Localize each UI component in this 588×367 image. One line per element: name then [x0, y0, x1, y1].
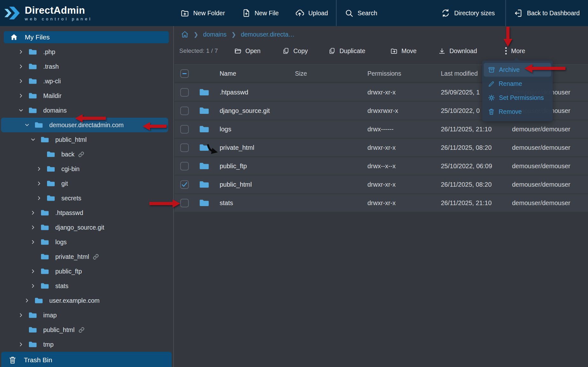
tree-item-git[interactable]: git	[0, 176, 173, 191]
chevron-right-icon[interactable]	[36, 195, 42, 201]
tree-item-private-html[interactable]: private_html	[0, 249, 173, 264]
tree-item-back[interactable]: back	[0, 147, 173, 162]
checkbox-unchecked[interactable]	[180, 88, 189, 97]
table-row-private-html[interactable]: private_htmldrwxr-xr-x26/11/2025, 08:20d…	[174, 139, 588, 156]
tree-item-public-html[interactable]: public_html	[0, 132, 173, 147]
chevron-right-icon[interactable]	[36, 180, 42, 187]
folder-icon	[41, 268, 49, 275]
chevron-right-icon[interactable]	[18, 341, 24, 348]
checkbox-unchecked[interactable]	[180, 143, 189, 152]
move-folder-icon	[390, 47, 398, 55]
row-checkbox[interactable]	[180, 102, 189, 120]
chevron-right-icon[interactable]	[30, 283, 36, 289]
sidebar-item-my-files[interactable]: My Files	[4, 31, 169, 43]
upload-button[interactable]: Upload	[295, 0, 328, 26]
row-checkbox[interactable]	[180, 83, 189, 101]
checkbox-unchecked[interactable]	[180, 125, 189, 134]
row-checkbox[interactable]	[180, 139, 189, 156]
download-button[interactable]: Download	[438, 43, 477, 59]
checkbox-unchecked[interactable]	[180, 107, 189, 115]
chevron-down-icon[interactable]	[18, 107, 24, 114]
tree-item-demouser-directadmin-com[interactable]: demouser.directadmin.com	[1, 118, 168, 132]
chevron-right-icon[interactable]	[18, 78, 24, 84]
chevron-right-icon[interactable]	[30, 268, 36, 274]
menu-item-set-permissions[interactable]: Set Permissions	[484, 91, 551, 105]
tree-item-label: cgi-bin	[61, 165, 79, 173]
breadcrumb-item-domains[interactable]: domains	[203, 31, 227, 38]
column-header-size[interactable]: Size	[295, 65, 307, 82]
chevron-down-icon[interactable]	[24, 122, 30, 128]
column-header-last-modified[interactable]: Last modified	[441, 65, 478, 82]
chevron-down-icon[interactable]	[30, 136, 36, 143]
tree-item-label: git	[61, 180, 68, 187]
chevron-right-icon[interactable]	[18, 312, 24, 318]
sidebar-item-trash-bin[interactable]: Trash Bin	[1, 352, 172, 367]
breadcrumb-home-icon[interactable]	[181, 31, 189, 38]
top-header: DirectAdmin web control panel New Folder…	[0, 0, 588, 26]
column-header-name[interactable]: Name	[220, 65, 236, 82]
tree-item-stats[interactable]: stats	[0, 279, 173, 293]
row-checkbox[interactable]	[180, 176, 189, 193]
tree-item-cgi-bin[interactable]: cgi-bin	[0, 162, 173, 176]
tree-item-django-source-git[interactable]: django_source.git	[0, 220, 173, 235]
tree-item-label: back	[61, 151, 74, 158]
row-checkbox[interactable]	[180, 120, 189, 138]
new-file-button[interactable]: New File	[242, 0, 279, 26]
search-icon	[345, 9, 353, 17]
chevron-right-icon[interactable]	[18, 49, 24, 55]
chevron-right-icon[interactable]	[18, 93, 24, 99]
folder-icon	[199, 139, 209, 156]
tree-item-maildir[interactable]: Maildir	[0, 88, 173, 103]
tree-item-htpasswd[interactable]: .htpasswd	[0, 205, 173, 220]
more-button[interactable]: More	[505, 43, 525, 59]
chevron-right-icon[interactable]	[30, 224, 36, 231]
breadcrumb-item-current[interactable]: demouser.directa…	[241, 31, 295, 38]
checkbox-unchecked[interactable]	[180, 162, 189, 170]
file-last-modified: 26/11/2025, 21:10	[441, 120, 492, 138]
move-button[interactable]: Move	[390, 43, 417, 59]
tree-item-trash[interactable]: .trash	[0, 59, 173, 74]
tree-item-secrets[interactable]: secrets	[0, 191, 173, 205]
row-checkbox[interactable]	[180, 194, 189, 212]
back-to-dashboard-button[interactable]: Back to Dashboard	[514, 0, 580, 26]
tree-item-label: .htpasswd	[55, 209, 83, 217]
directory-sizes-button[interactable]: Directory sizes	[441, 0, 495, 26]
copy-button[interactable]: Copy	[283, 43, 308, 59]
tree-item-tmp[interactable]: tmp	[0, 337, 173, 352]
folder-icon	[199, 120, 209, 138]
file-permissions: drwx------	[367, 120, 393, 138]
tree-item-label: .trash	[43, 63, 59, 70]
row-checkbox[interactable]	[180, 157, 189, 175]
tree-item-public-html[interactable]: public_html	[0, 322, 173, 337]
chevron-right-icon[interactable]	[18, 63, 24, 70]
checkbox-checked[interactable]	[180, 180, 189, 189]
table-row-stats[interactable]: statsdrwxr-xr-x26/11/2025, 21:10demouser…	[174, 194, 588, 212]
chevron-right-icon[interactable]	[24, 297, 30, 304]
select-all-checkbox[interactable]	[180, 69, 189, 78]
open-button[interactable]: Open	[234, 43, 261, 59]
search-button[interactable]: Search	[345, 0, 377, 26]
tree-item-logs[interactable]: logs	[0, 235, 173, 249]
tree-item-wp-cli[interactable]: .wp-cli	[0, 74, 173, 88]
tree-item-public-ftp[interactable]: public_ftp	[0, 264, 173, 279]
duplicate-icon	[329, 47, 336, 54]
menu-item-remove[interactable]: Remove	[484, 105, 551, 119]
new-folder-button[interactable]: New Folder	[181, 0, 225, 26]
tree-item-imap[interactable]: imap	[0, 308, 173, 322]
menu-item-archive[interactable]: Archive	[484, 63, 551, 77]
menu-item-rename[interactable]: Rename	[484, 77, 551, 91]
table-row-logs[interactable]: logsdrwx------26/11/2025, 21:10demouser/…	[174, 120, 588, 138]
archive-icon	[488, 66, 495, 73]
chevron-right-icon[interactable]	[36, 166, 42, 172]
chevron-right-icon[interactable]	[30, 210, 36, 216]
tree-item-php[interactable]: .php	[0, 45, 173, 59]
table-row-public-ftp[interactable]: public_ftpdrwx--x--x25/10/2022, 06:09dem…	[174, 157, 588, 175]
tree-item-domains[interactable]: domains	[0, 103, 173, 118]
table-row-public-html[interactable]: public_htmldrwxr-xr-x26/11/2025, 08:20de…	[174, 176, 588, 193]
tree-item-user-example-com[interactable]: user.example.com	[0, 293, 173, 308]
column-header-permissions[interactable]: Permissions	[367, 65, 401, 82]
checkbox-unchecked[interactable]	[180, 199, 189, 207]
chevron-right-icon[interactable]	[30, 239, 36, 245]
tree-item-label: public_html	[55, 136, 87, 143]
duplicate-button[interactable]: Duplicate	[329, 43, 365, 59]
